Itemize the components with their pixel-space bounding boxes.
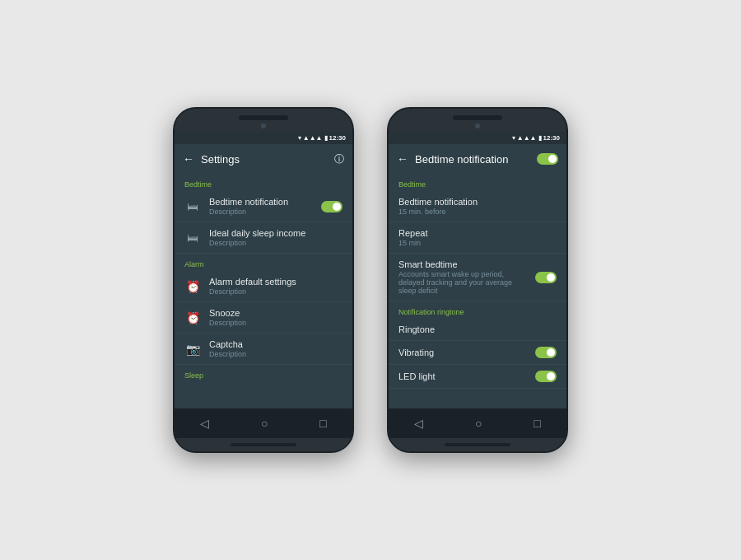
- nav-home-2[interactable]: ○: [475, 417, 482, 430]
- bottom-bar-2: [445, 443, 510, 446]
- bottom-bar-1: [231, 443, 296, 446]
- app-bar-1: ← Settings ⓘ: [175, 144, 352, 174]
- signal-icon: ▲▲▲: [303, 134, 323, 142]
- back-button-1[interactable]: ←: [183, 152, 194, 166]
- alarm-icon-1: ⏰: [184, 278, 201, 295]
- smart-bedtime-header: Smart bedtime Accounts smart wake up per…: [398, 259, 557, 295]
- phone-1: ▾ ▲▲▲ ▮ 12:30 ← Settings ⓘ Bedtime 🛏 Bed…: [173, 107, 354, 453]
- title-ringtone: Ringtone: [398, 324, 557, 334]
- phone-bottom-2: [389, 438, 566, 451]
- bed-icon-1: 🛏: [184, 198, 201, 215]
- list-item-alarm-default[interactable]: ⏰ Alarm default settings Description: [175, 271, 352, 302]
- phone-2: ▾ ▲▲▲ ▮ 12:30 ← Bedtime notification Bed…: [387, 107, 568, 453]
- title-bedtime-notif-detail: Bedtime notification: [398, 197, 557, 207]
- nav-back-1[interactable]: ◁: [200, 417, 209, 430]
- camera-2: [475, 124, 480, 128]
- item-title-bedtime-notif: Bedtime notification: [209, 197, 313, 207]
- sub-smart-bedtime: Accounts smart wake up period, delayed t…: [398, 270, 529, 295]
- title-led-light: LED light: [398, 371, 436, 381]
- camera-1: [261, 124, 266, 128]
- item-title-sleep-income: Ideal daily sleep income: [209, 228, 343, 238]
- alarm-icon-2: ⏰: [184, 310, 201, 326]
- time-display-2: 12:30: [543, 134, 560, 142]
- list-item-snooze[interactable]: ⏰ Snooze Description: [175, 302, 352, 334]
- info-button-1[interactable]: ⓘ: [334, 152, 344, 166]
- title-smart-bedtime: Smart bedtime: [398, 259, 529, 269]
- toggle-main-bedtime[interactable]: [537, 153, 558, 165]
- list-item-captcha[interactable]: 📷 Captcha Description: [175, 334, 352, 365]
- item-sub-sleep-income: Description: [209, 239, 343, 247]
- nav-bar-1: ◁ ○ □: [175, 408, 352, 438]
- wifi-icon-2: ▾: [512, 134, 515, 142]
- item-title-alarm-default: Alarm default settings: [209, 277, 343, 287]
- toggle-led-light[interactable]: [535, 371, 557, 382]
- back-button-2[interactable]: ←: [397, 152, 408, 166]
- smart-bedtime-title-wrap: Smart bedtime Accounts smart wake up per…: [398, 259, 535, 295]
- item-led-light[interactable]: LED light: [389, 365, 566, 389]
- toggle-smart-bedtime[interactable]: [535, 272, 557, 283]
- section-header-ringtone: Notification ringtone: [389, 301, 566, 319]
- item-text-alarm-default: Alarm default settings Description: [209, 277, 343, 296]
- item-sub-alarm-default: Description: [209, 287, 343, 296]
- sub-bedtime-notif-detail: 15 min. before: [398, 208, 557, 216]
- speaker-2: [453, 115, 502, 120]
- list-item-bedtime-notification[interactable]: 🛏 Bedtime notification Description: [175, 191, 352, 222]
- item-sub-bedtime-notif: Description: [209, 208, 313, 216]
- title-vibrating: Vibrating: [398, 348, 434, 357]
- item-repeat[interactable]: Repeat 15 min: [389, 222, 566, 254]
- led-header: LED light: [398, 371, 557, 382]
- screen-content-2: Bedtime Bedtime notification 15 min. bef…: [389, 174, 566, 408]
- item-sub-snooze: Description: [209, 319, 343, 327]
- item-text-bedtime-notif: Bedtime notification Description: [209, 197, 313, 216]
- phone-top-1: [175, 109, 352, 132]
- app-bar-title-2: Bedtime notification: [415, 153, 530, 166]
- screen-content-1: Bedtime 🛏 Bedtime notification Descripti…: [175, 174, 352, 408]
- vibrating-header: Vibrating: [398, 347, 557, 358]
- battery-icon-2: ▮: [538, 134, 542, 142]
- wifi-icon: ▾: [298, 134, 301, 142]
- status-icons-1: ▾ ▲▲▲ ▮ 12:30: [298, 134, 346, 142]
- nav-recents-1[interactable]: □: [319, 417, 326, 430]
- section-header-alarm: Alarm: [175, 254, 352, 271]
- battery-icon: ▮: [324, 134, 328, 142]
- bed-icon-2: 🛏: [184, 230, 201, 246]
- status-icons-2: ▾ ▲▲▲ ▮ 12:30: [512, 134, 560, 142]
- item-sub-captcha: Description: [209, 350, 343, 358]
- app-bar-title-1: Settings: [201, 153, 328, 166]
- item-text-captcha: Captcha Description: [209, 339, 343, 358]
- section-header-bedtime: Bedtime: [175, 174, 352, 191]
- toggle-bedtime-notification[interactable]: [321, 201, 343, 212]
- item-bedtime-notif-detail[interactable]: Bedtime notification 15 min. before: [389, 191, 566, 222]
- title-repeat: Repeat: [398, 228, 557, 238]
- time-display-1: 12:30: [329, 134, 346, 142]
- item-text-sleep-income: Ideal daily sleep income Description: [209, 228, 343, 247]
- status-bar-2: ▾ ▲▲▲ ▮ 12:30: [389, 132, 566, 144]
- phone-top-2: [389, 109, 566, 132]
- signal-icon-2: ▲▲▲: [517, 134, 537, 142]
- status-bar-1: ▾ ▲▲▲ ▮ 12:30: [175, 132, 352, 144]
- list-item-sleep-income[interactable]: 🛏 Ideal daily sleep income Description: [175, 222, 352, 254]
- nav-bar-2: ◁ ○ □: [389, 408, 566, 438]
- item-vibrating[interactable]: Vibrating: [389, 341, 566, 365]
- nav-back-2[interactable]: ◁: [414, 417, 423, 430]
- nav-home-1[interactable]: ○: [261, 417, 268, 430]
- nav-recents-2[interactable]: □: [534, 417, 540, 430]
- sub-repeat: 15 min: [398, 239, 557, 247]
- phone-bottom-1: [175, 438, 352, 451]
- item-text-snooze: Snooze Description: [209, 308, 343, 327]
- item-title-snooze: Snooze: [209, 308, 343, 318]
- item-ringtone[interactable]: Ringtone: [389, 319, 566, 341]
- item-title-captcha: Captcha: [209, 339, 343, 349]
- camera-icon: 📷: [184, 341, 201, 357]
- section-header-sleep: Sleep: [175, 365, 352, 382]
- toggle-vibrating[interactable]: [535, 347, 557, 358]
- section-header-bedtime-2: Bedtime: [389, 174, 566, 191]
- speaker-1: [239, 115, 288, 120]
- item-smart-bedtime[interactable]: Smart bedtime Accounts smart wake up per…: [389, 254, 566, 301]
- app-bar-2: ← Bedtime notification: [389, 144, 566, 174]
